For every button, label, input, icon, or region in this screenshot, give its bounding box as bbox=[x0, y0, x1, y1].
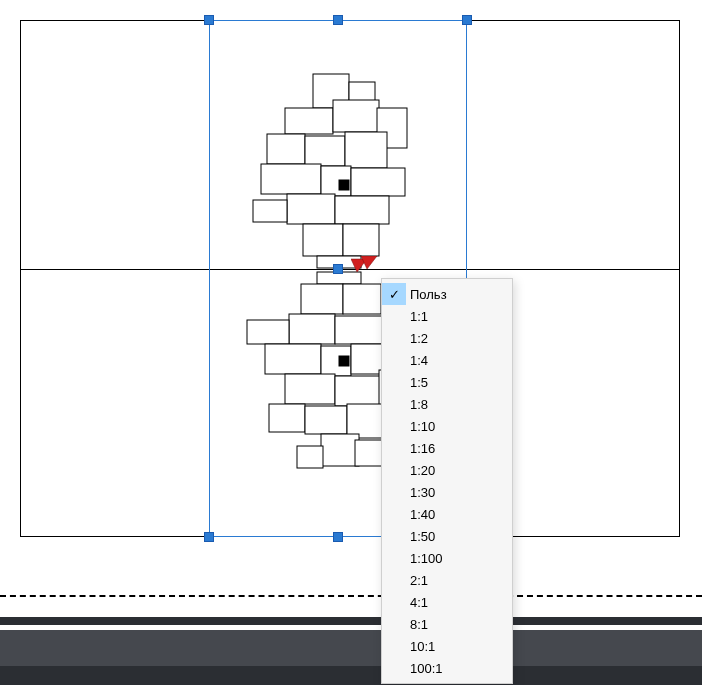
bottom-bar-outer-bottom bbox=[0, 666, 702, 685]
scale-option[interactable]: 1:8 bbox=[382, 393, 512, 415]
grip-top-right[interactable] bbox=[462, 15, 472, 25]
scale-option-label: 1:5 bbox=[406, 375, 500, 390]
scale-option-label: 1:30 bbox=[406, 485, 500, 500]
scale-option-label: 1:1 bbox=[406, 309, 500, 324]
scale-option-label: 1:50 bbox=[406, 529, 500, 544]
scale-option[interactable]: 1:1 bbox=[382, 305, 512, 327]
scale-option[interactable]: 2:1 bbox=[382, 569, 512, 591]
scale-option[interactable]: 4:1 bbox=[382, 591, 512, 613]
scale-option[interactable]: 1:10 bbox=[382, 415, 512, 437]
scale-option-label: 4:1 bbox=[406, 595, 500, 610]
scale-option[interactable]: 1:50 bbox=[382, 525, 512, 547]
scale-option-label: Польз bbox=[406, 287, 500, 302]
scale-option[interactable]: 1:40 bbox=[382, 503, 512, 525]
grip-top-mid[interactable] bbox=[333, 15, 343, 25]
scale-option[interactable]: 1:5 bbox=[382, 371, 512, 393]
grip-bottom-mid[interactable] bbox=[333, 532, 343, 542]
scale-option-label: 10:1 bbox=[406, 639, 500, 654]
scale-option[interactable]: 1:2 bbox=[382, 327, 512, 349]
check-icon: ✓ bbox=[382, 283, 406, 305]
scale-dropdown-menu[interactable]: ✓Польз1:11:21:41:51:81:101:161:201:301:4… bbox=[381, 278, 513, 684]
scale-option[interactable]: 10:1 bbox=[382, 635, 512, 657]
paper-space-canvas[interactable] bbox=[0, 0, 702, 600]
scale-option-label: 100:1 bbox=[406, 661, 500, 676]
scale-option-label: 8:1 bbox=[406, 617, 500, 632]
scale-option[interactable]: 8:1 bbox=[382, 613, 512, 635]
scale-option[interactable]: 1:20 bbox=[382, 459, 512, 481]
scale-option-label: 1:8 bbox=[406, 397, 500, 412]
scale-option-label: 1:100 bbox=[406, 551, 500, 566]
bottom-bar-inner bbox=[0, 630, 702, 666]
scale-option-label: 1:16 bbox=[406, 441, 500, 456]
scale-option[interactable]: ✓Польз bbox=[382, 283, 512, 305]
scale-option-label: 1:10 bbox=[406, 419, 500, 434]
scale-option[interactable]: 1:100 bbox=[382, 547, 512, 569]
scale-option-label: 1:20 bbox=[406, 463, 500, 478]
page-boundary-dashed bbox=[0, 595, 702, 597]
scale-trigger-glyph[interactable] bbox=[351, 256, 375, 274]
grip-top-left[interactable] bbox=[204, 15, 214, 25]
grip-center[interactable] bbox=[333, 264, 343, 274]
scale-option[interactable]: 1:16 bbox=[382, 437, 512, 459]
scale-option-label: 1:4 bbox=[406, 353, 500, 368]
bottom-bar-outer-top bbox=[0, 617, 702, 625]
scale-option-label: 1:40 bbox=[406, 507, 500, 522]
scale-option-label: 1:2 bbox=[406, 331, 500, 346]
scale-option[interactable]: 1:4 bbox=[382, 349, 512, 371]
scale-option[interactable]: 100:1 bbox=[382, 657, 512, 679]
scale-option[interactable]: 1:30 bbox=[382, 481, 512, 503]
grip-bottom-left[interactable] bbox=[204, 532, 214, 542]
scale-option-label: 2:1 bbox=[406, 573, 500, 588]
